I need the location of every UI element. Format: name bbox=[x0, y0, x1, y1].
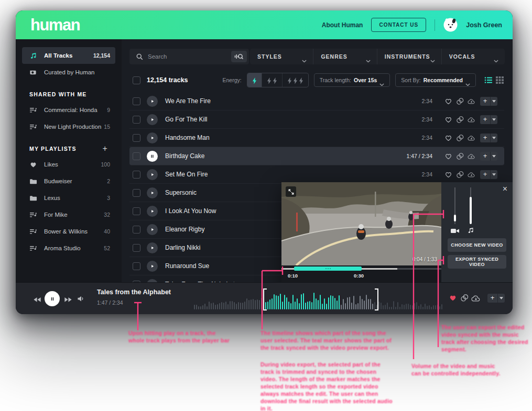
search-input[interactable] bbox=[144, 53, 231, 60]
sidebar-item-bower-wilkins[interactable]: Bower & Wilkins40 bbox=[22, 223, 115, 240]
find-similar-icon[interactable] bbox=[456, 171, 464, 179]
track-row-set-me-on-fire[interactable]: Set Me On Fire2:34+ bbox=[129, 165, 504, 184]
play-button[interactable] bbox=[147, 224, 158, 235]
forward-icon[interactable] bbox=[64, 295, 72, 302]
waveform[interactable] bbox=[194, 287, 444, 309]
track-checkbox[interactable] bbox=[133, 207, 140, 215]
add-playlist-button[interactable]: + bbox=[102, 146, 108, 151]
play-button[interactable] bbox=[147, 261, 158, 272]
plus-icon[interactable]: + bbox=[480, 115, 491, 124]
track-row-handsome-man[interactable]: Handsome Man2:34+ bbox=[129, 129, 504, 147]
caret-down-icon[interactable] bbox=[491, 152, 497, 161]
add-to-playlist-button[interactable]: + bbox=[480, 97, 497, 106]
add-to-playlist-button[interactable]: + bbox=[480, 115, 497, 124]
sidebar-item-aroma-studio[interactable]: Aroma Studio52 bbox=[22, 240, 115, 257]
rewind-icon[interactable] bbox=[33, 295, 41, 302]
filter-dropdown-styles[interactable]: STYLES bbox=[250, 49, 313, 64]
heart-icon[interactable] bbox=[444, 171, 452, 179]
add-to-playlist-button[interactable]: + bbox=[480, 134, 497, 142]
timeline-selection[interactable] bbox=[294, 266, 362, 271]
track-row-birthday-cake[interactable]: Birthday Cake1:47 / 2:34+ bbox=[129, 147, 504, 165]
sidebar-item-curated-by-human[interactable]: Curated by Human bbox=[22, 64, 115, 81]
caret-down-icon[interactable] bbox=[491, 115, 497, 124]
add-to-playlist-button[interactable]: + bbox=[480, 152, 497, 161]
list-view-icon[interactable] bbox=[484, 76, 493, 84]
caret-down-icon[interactable] bbox=[491, 97, 497, 106]
caret-down-icon[interactable] bbox=[491, 170, 497, 179]
player-pause-button[interactable] bbox=[45, 291, 60, 306]
find-similar-icon[interactable] bbox=[460, 294, 469, 302]
caret-down-icon[interactable] bbox=[491, 134, 497, 142]
sidebar-item-budweiser[interactable]: Budweiser2 bbox=[22, 173, 115, 190]
add-to-playlist-button[interactable]: + bbox=[483, 294, 505, 303]
play-button[interactable] bbox=[147, 187, 158, 198]
energy-level-2[interactable] bbox=[262, 73, 282, 87]
energy-filter[interactable] bbox=[247, 73, 309, 87]
add-to-playlist-button[interactable]: + bbox=[480, 170, 497, 179]
heart-filled-icon[interactable] bbox=[449, 294, 457, 302]
filter-dropdown-genres[interactable]: GENRES bbox=[313, 49, 376, 64]
video-volume-thumb[interactable] bbox=[454, 215, 456, 221]
choose-new-video-button[interactable]: CHOOSE NEW VIDEO bbox=[448, 238, 506, 252]
plus-icon[interactable]: + bbox=[480, 134, 491, 142]
sort-dropdown[interactable]: Sort By: Recommended bbox=[395, 73, 476, 87]
caret-down-icon[interactable] bbox=[498, 294, 505, 303]
download-icon[interactable] bbox=[468, 97, 475, 105]
sidebar-item-all-tracks[interactable]: All Tracks12,154 bbox=[22, 47, 115, 64]
track-checkbox[interactable] bbox=[133, 189, 140, 197]
track-row-we-are-the-fire[interactable]: We Are The Fire2:34+ bbox=[129, 92, 504, 110]
filter-dropdown-instruments[interactable]: INSTRUMENTS bbox=[377, 49, 441, 64]
heart-icon[interactable] bbox=[444, 97, 452, 105]
grid-view-icon[interactable] bbox=[496, 76, 504, 84]
heart-icon[interactable] bbox=[444, 116, 452, 124]
expand-icon[interactable] bbox=[286, 186, 296, 197]
play-button[interactable] bbox=[147, 114, 158, 125]
sidebar-item-lexus[interactable]: Lexus3 bbox=[22, 190, 115, 206]
plus-icon[interactable]: + bbox=[480, 152, 491, 161]
download-icon[interactable] bbox=[468, 116, 475, 124]
close-icon[interactable]: × bbox=[503, 184, 507, 194]
play-button[interactable] bbox=[147, 96, 158, 107]
nav-about-human[interactable]: About Human bbox=[322, 21, 363, 29]
play-button[interactable] bbox=[147, 132, 158, 143]
track-checkbox[interactable] bbox=[133, 152, 140, 160]
download-icon[interactable] bbox=[468, 171, 475, 179]
energy-level-3[interactable] bbox=[282, 73, 308, 87]
plus-icon[interactable]: + bbox=[480, 170, 491, 179]
find-similar-icon[interactable] bbox=[456, 116, 464, 124]
track-checkbox[interactable] bbox=[133, 116, 140, 124]
music-volume-thumb[interactable] bbox=[470, 197, 472, 224]
track-row-go-for-the-kill[interactable]: Go For The Kill2:34+ bbox=[129, 110, 504, 129]
track-checkbox[interactable] bbox=[133, 226, 140, 234]
user-avatar[interactable] bbox=[443, 18, 458, 32]
energy-level-1[interactable] bbox=[247, 73, 262, 87]
sidebar-item-commercial-honda[interactable]: Commercial: Honda9 bbox=[22, 102, 115, 118]
pause-button[interactable] bbox=[147, 151, 158, 162]
download-icon[interactable] bbox=[468, 134, 475, 142]
track-checkbox[interactable] bbox=[133, 262, 140, 270]
find-similar-icon[interactable] bbox=[456, 134, 464, 142]
waveform-selection-start-bracket[interactable] bbox=[263, 288, 267, 310]
find-similar-icon[interactable] bbox=[456, 97, 464, 105]
sidebar-item-likes[interactable]: Likes100 bbox=[22, 156, 115, 173]
track-checkbox[interactable] bbox=[133, 171, 140, 179]
sidebar-item-for-mike[interactable]: For Mike32 bbox=[22, 206, 115, 223]
export-synced-video-button[interactable]: EXPORT SYNCED VIDEO bbox=[448, 255, 506, 269]
waveform-selection-end-bracket[interactable] bbox=[375, 288, 378, 310]
track-checkbox[interactable] bbox=[133, 134, 140, 142]
volume-icon[interactable] bbox=[77, 295, 85, 302]
heart-icon[interactable] bbox=[444, 152, 452, 160]
filter-dropdown-vocals[interactable]: VOCALS bbox=[441, 49, 505, 64]
track-checkbox[interactable] bbox=[133, 244, 140, 252]
video-preview[interactable]: 0:04 / 1:33 bbox=[281, 182, 441, 265]
track-length-dropdown[interactable]: Track length: Over 15s bbox=[314, 73, 390, 87]
sidebar-item-new-light-production[interactable]: New Light Production15 bbox=[22, 118, 115, 135]
play-button[interactable] bbox=[147, 169, 158, 180]
heart-icon[interactable] bbox=[444, 134, 452, 142]
track-checkbox[interactable] bbox=[133, 97, 140, 105]
find-similar-icon[interactable] bbox=[456, 152, 464, 160]
select-all-checkbox[interactable] bbox=[133, 76, 140, 84]
contact-us-button[interactable]: CONTACT US bbox=[371, 18, 426, 32]
download-icon[interactable] bbox=[471, 295, 481, 302]
play-button[interactable] bbox=[147, 242, 158, 253]
